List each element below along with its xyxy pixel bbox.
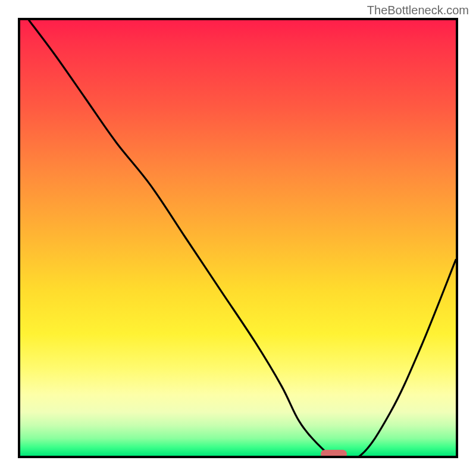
bottleneck-curve [20, 20, 456, 456]
chart-frame [18, 18, 458, 458]
watermark-text: TheBottleneck.com [367, 4, 469, 17]
optimal-marker [321, 450, 347, 458]
